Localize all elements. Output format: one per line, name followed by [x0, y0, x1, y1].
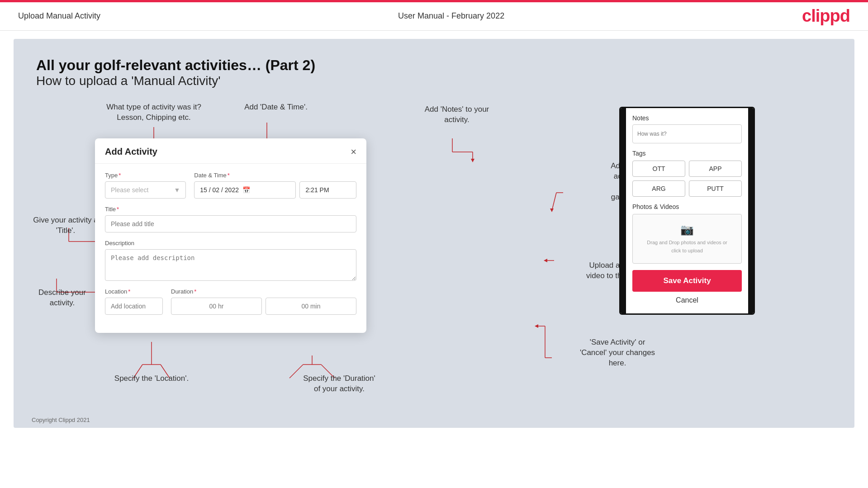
title-input[interactable] [105, 215, 356, 232]
notes-input[interactable] [632, 124, 742, 143]
type-select[interactable]: Please select ▼ [105, 181, 186, 199]
modal-body: Type* Please select ▼ Date & Time* 15 / … [95, 164, 366, 315]
location-label: Location* [105, 288, 163, 295]
svg-marker-35 [535, 324, 538, 328]
phone-right-bar [748, 108, 754, 313]
location-input[interactable] [105, 298, 163, 315]
time-input[interactable]: 2:21 PM [299, 181, 356, 199]
page-title: Upload Manual Activity [18, 11, 100, 21]
datetime-label: Date & Time* [194, 172, 356, 179]
photo-icon: 📷 [637, 223, 737, 236]
cancel-link[interactable]: Cancel [632, 296, 742, 307]
modal-title: Add Activity [105, 147, 157, 157]
annotation-duration: Specify the 'Duration' of your activity. [280, 374, 398, 394]
title-label: Title* [105, 206, 356, 213]
type-group: Type* Please select ▼ [105, 172, 186, 199]
annotation-description: Describe your activity. [27, 288, 97, 308]
duration-hr-input[interactable] [171, 298, 262, 315]
tag-putt[interactable]: PUTT [689, 180, 742, 197]
datetime-group: Date & Time* 15 / 02 / 2022 📅 2:21 PM [194, 172, 356, 199]
duration-min-input[interactable] [266, 298, 356, 315]
description-group: Description [105, 240, 356, 281]
photos-section-label: Photos & Videos [632, 203, 742, 210]
heading-line2: How to upload a 'Manual Activity' [36, 74, 832, 88]
tag-ott[interactable]: OTT [632, 161, 685, 177]
heading-line1: All your golf-relevant activities… (Part… [36, 57, 832, 74]
tags-grid: OTT APP ARG PUTT [632, 161, 742, 197]
tag-arg[interactable]: ARG [632, 180, 685, 197]
tags-section-label: Tags [632, 150, 742, 157]
annotation-location: Specify the 'Location'. [104, 374, 199, 384]
annotation-activity-type: What type of activity was it? Lesson, Ch… [104, 102, 204, 123]
duration-inputs [171, 298, 356, 315]
photos-upload-area[interactable]: 📷 Drag and Drop photos and videos or cli… [632, 214, 742, 264]
red-accent-bar [0, 0, 868, 2]
duration-group: Duration* [171, 288, 356, 315]
main-content: All your golf-relevant activities… (Part… [14, 39, 854, 428]
top-bar: Upload Manual Activity User Manual - Feb… [0, 0, 868, 31]
description-textarea[interactable] [105, 249, 356, 281]
date-input[interactable]: 15 / 02 / 2022 📅 [194, 181, 296, 199]
phone-panel: Notes Tags OTT APP ARG PUTT Photos & Vid… [619, 107, 755, 315]
modal-close-button[interactable]: × [351, 147, 356, 157]
page-heading: All your golf-relevant activities… (Part… [36, 57, 832, 88]
annotation-save-cancel: 'Save Activity' or 'Cancel' your changes… [556, 337, 678, 369]
date-time-inputs: 15 / 02 / 2022 📅 2:21 PM [194, 181, 356, 199]
description-label: Description [105, 240, 356, 246]
footer-copyright: Copyright Clippd 2021 [32, 417, 90, 423]
annotation-date-time: Add 'Date & Time'. [231, 102, 321, 113]
tag-app[interactable]: APP [689, 161, 742, 177]
chevron-down-icon: ▼ [174, 186, 180, 194]
modal-header: Add Activity × [95, 138, 366, 164]
type-label: Type* [105, 172, 186, 179]
save-activity-button[interactable]: Save Activity [632, 270, 742, 292]
svg-marker-29 [550, 208, 554, 212]
duration-label: Duration* [171, 288, 356, 295]
svg-marker-31 [544, 259, 547, 262]
phone-left-bar [621, 108, 626, 313]
phone-inner: Notes Tags OTT APP ARG PUTT Photos & Vid… [626, 108, 748, 313]
calendar-icon: 📅 [242, 186, 250, 194]
annotation-title: Give your activity a 'Title'. [27, 215, 104, 236]
add-activity-modal: Add Activity × Type* Please select ▼ Dat [95, 138, 366, 333]
svg-line-28 [552, 193, 556, 211]
location-group: Location* [105, 288, 163, 315]
photos-upload-text: Drag and Drop photos and videos or click… [647, 240, 727, 253]
manual-subtitle: User Manual - February 2022 [398, 11, 504, 21]
title-group: Title* [105, 206, 356, 232]
location-duration-row: Location* Duration* [105, 288, 356, 315]
clippd-logo: clippd [802, 6, 850, 26]
svg-marker-26 [471, 159, 474, 162]
annotation-notes: Add 'Notes' to your activity. [407, 104, 507, 125]
notes-section-label: Notes [632, 114, 742, 122]
type-datetime-row: Type* Please select ▼ Date & Time* 15 / … [105, 172, 356, 199]
